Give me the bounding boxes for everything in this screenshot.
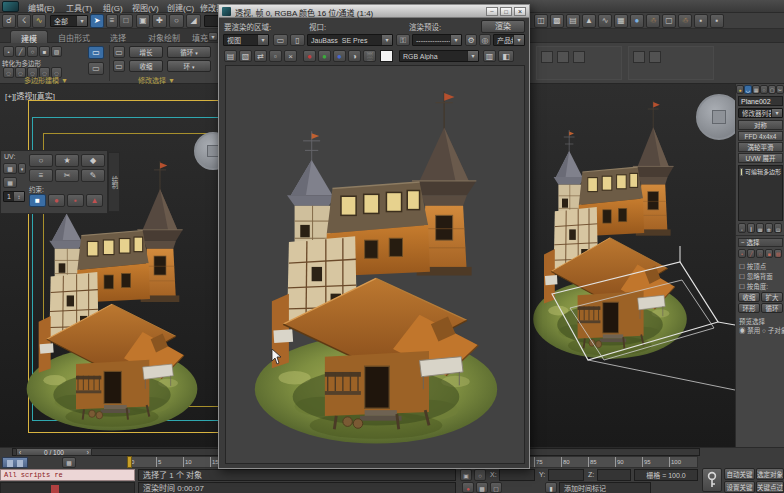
prompt-icon-2[interactable]: ▩ bbox=[476, 482, 488, 493]
tab-hierarchy-icon[interactable]: ▦ bbox=[752, 85, 760, 94]
trackbar-filter-icon[interactable]: ▩ bbox=[62, 457, 76, 468]
red-channel-icon[interactable]: ● bbox=[303, 50, 316, 62]
selected-mode-button[interactable]: 选定对象 bbox=[756, 468, 784, 480]
print-image-icon[interactable]: ▫ bbox=[269, 50, 282, 62]
grow-button[interactable]: 增长 bbox=[129, 46, 163, 58]
subobj-edge-icon[interactable]: ╱ bbox=[15, 46, 26, 57]
loop-button[interactable]: 循环 ▾ bbox=[167, 46, 211, 58]
ignore-backfacing-checkbox[interactable]: ☐ 忽略背面 bbox=[739, 271, 784, 281]
modifier-turbosmooth[interactable]: 涡轮平滑 bbox=[738, 142, 783, 152]
next-frame-arrow[interactable]: › bbox=[87, 449, 91, 456]
menu-tools[interactable]: 工具(T) bbox=[66, 2, 92, 13]
poly-tool1-icon[interactable]: ◌ bbox=[3, 67, 14, 78]
constraint-edge-icon[interactable]: ● bbox=[48, 194, 65, 207]
ring-sel-button[interactable]: 环形 bbox=[738, 303, 760, 313]
relax-icon[interactable]: ○ bbox=[29, 154, 53, 167]
layers-icon[interactable]: ▥ bbox=[483, 50, 496, 62]
show-end-result-button[interactable]: ┃ bbox=[747, 223, 755, 233]
modsel-icon2[interactable]: ▭ bbox=[113, 60, 125, 72]
select-link-icon[interactable]: ☌ bbox=[2, 14, 16, 28]
blue-channel-icon[interactable]: ● bbox=[333, 50, 346, 62]
x-coord-input[interactable] bbox=[499, 469, 535, 481]
render-window-titlebar[interactable]: 透视, 帧 0, RGBA 颜色 16 位/通道 (1:4) – □ × bbox=[219, 5, 529, 18]
minimize-button[interactable]: – bbox=[486, 7, 498, 16]
wrench-icon[interactable]: ✂ bbox=[55, 169, 79, 182]
graphite-icon[interactable]: ▲ bbox=[582, 14, 596, 28]
select-by-name-icon[interactable]: ≡ bbox=[106, 14, 118, 28]
viewcube-right[interactable] bbox=[696, 94, 735, 140]
save-image-icon[interactable]: ▤ bbox=[224, 50, 237, 62]
modifier-list-dropdown[interactable]: 修改器列表▾ bbox=[738, 108, 783, 118]
brush-icon[interactable]: ✎ bbox=[81, 169, 105, 182]
selection-lock-icon[interactable]: ○ bbox=[474, 469, 486, 481]
pin-stack-button[interactable]: ▫ bbox=[738, 223, 746, 233]
ribbon-minimize-icon[interactable]: ▾ bbox=[208, 32, 218, 41]
tab-utilities-icon[interactable]: ✂ bbox=[776, 85, 784, 94]
channel-display-dropdown[interactable]: RGB Alpha▾ bbox=[399, 50, 479, 62]
menu-views[interactable]: 视图(V) bbox=[132, 2, 159, 13]
selection-rollout-header[interactable]: − 选择 bbox=[738, 238, 783, 247]
floating-panel-tab[interactable]: 绘制 bbox=[108, 152, 120, 212]
viewport-dropdown[interactable]: JauBass_SE Pres▾ bbox=[307, 34, 393, 46]
sel-edge-icon[interactable]: ╱ bbox=[747, 249, 755, 258]
rotate-icon[interactable]: ○ bbox=[169, 14, 184, 28]
uv-tool-dropdown-icon[interactable]: ▾ bbox=[18, 163, 26, 174]
modifier-unwrap-uvw[interactable]: UVW 展开 bbox=[738, 153, 783, 163]
sel-border-icon[interactable]: ○ bbox=[756, 249, 764, 258]
tweak-icon[interactable]: ★ bbox=[55, 154, 79, 167]
alpha-channel-icon[interactable]: ░ bbox=[363, 50, 376, 62]
preview-subobj-icon[interactable]: ▭ bbox=[88, 46, 104, 59]
area-to-render-dropdown[interactable]: 视图▾ bbox=[223, 34, 269, 46]
mirror-icon[interactable]: ◫ bbox=[534, 14, 548, 28]
modifier-symmetry[interactable]: 对称 bbox=[738, 120, 783, 130]
app-logo-icon[interactable] bbox=[2, 1, 19, 12]
current-frame-marker[interactable] bbox=[127, 456, 132, 468]
toolbar-extra-icon[interactable]: ▪ bbox=[694, 14, 708, 28]
clone-window-icon[interactable]: ⇄ bbox=[254, 50, 267, 62]
move-icon[interactable]: ✚ bbox=[152, 14, 167, 28]
by-vertex-checkbox[interactable]: ☐ 按顶点 bbox=[739, 261, 784, 271]
preview-radios[interactable]: ◉ 禁用 ○ 子对象 bbox=[739, 325, 784, 335]
auto-region-icon[interactable]: ▯ bbox=[290, 34, 305, 46]
loop-sel-button[interactable]: 循环 bbox=[761, 303, 783, 313]
tab-selection[interactable]: 选择 bbox=[110, 32, 126, 43]
ring-button[interactable]: 环 ▾ bbox=[167, 60, 211, 72]
isolate-toggle-icon[interactable]: ▣ bbox=[460, 469, 472, 481]
mono-channel-icon[interactable]: ◑ bbox=[348, 50, 361, 62]
paint-move-icon[interactable]: ◆ bbox=[81, 154, 105, 167]
tab-display-icon[interactable]: ▢ bbox=[768, 85, 776, 94]
base-object-label[interactable]: 可编辑多边形 bbox=[745, 167, 781, 176]
sel-vertex-icon[interactable]: • bbox=[738, 249, 746, 258]
prev-frame-arrow[interactable]: ‹ bbox=[17, 449, 21, 456]
constraint-face-icon[interactable]: ▪ bbox=[67, 194, 84, 207]
modifier-ffd[interactable]: FFD 4x4x4 bbox=[738, 131, 783, 141]
material-editor-icon[interactable]: ● bbox=[630, 14, 644, 28]
key-filters-button[interactable]: 关键点过滤器... bbox=[756, 481, 784, 493]
menu-edit[interactable]: 编辑(E) bbox=[28, 2, 55, 13]
sel-element-icon[interactable]: ▨ bbox=[774, 249, 782, 258]
subobj-vertex-icon[interactable]: • bbox=[3, 46, 14, 57]
uv-value-spinner[interactable]: 1↕ bbox=[3, 191, 25, 202]
lightbulb-icon[interactable] bbox=[740, 168, 743, 176]
grow-sel-button[interactable]: 扩大 bbox=[761, 292, 783, 302]
configure-stack-button[interactable]: ▤ bbox=[774, 223, 782, 233]
tab-modify-icon[interactable]: ◡ bbox=[744, 85, 752, 94]
copy-image-icon[interactable]: ▧ bbox=[239, 50, 252, 62]
uv-tool-icon[interactable]: ▩ bbox=[3, 163, 17, 174]
green-channel-icon[interactable]: ● bbox=[318, 50, 331, 62]
toolbar-extra2-icon[interactable]: ▪ bbox=[710, 14, 724, 28]
close-button[interactable]: × bbox=[514, 7, 526, 16]
object-name-field[interactable]: Plane002 bbox=[738, 96, 783, 106]
subobj-element-icon[interactable]: ▨ bbox=[51, 46, 62, 57]
menu-create[interactable]: 创建(C) bbox=[167, 2, 194, 13]
lock-viewport-icon[interactable]: ⚿ bbox=[396, 34, 410, 46]
shrink-button[interactable]: 收缩 bbox=[129, 60, 163, 72]
uv-grid-icon[interactable]: ▦ bbox=[3, 177, 17, 188]
align-icon[interactable]: ▩ bbox=[550, 14, 564, 28]
bind-spacewarp-icon[interactable]: ∿ bbox=[32, 14, 46, 28]
clear-image-icon[interactable]: × bbox=[284, 50, 297, 62]
tab-modeling[interactable]: 建模 bbox=[10, 30, 48, 43]
time-slider-handle[interactable]: ‹ 0 / 100 › bbox=[16, 448, 92, 456]
curve-editor-icon[interactable]: ∿ bbox=[598, 14, 612, 28]
layer-manager-icon[interactable]: ▤ bbox=[566, 14, 580, 28]
